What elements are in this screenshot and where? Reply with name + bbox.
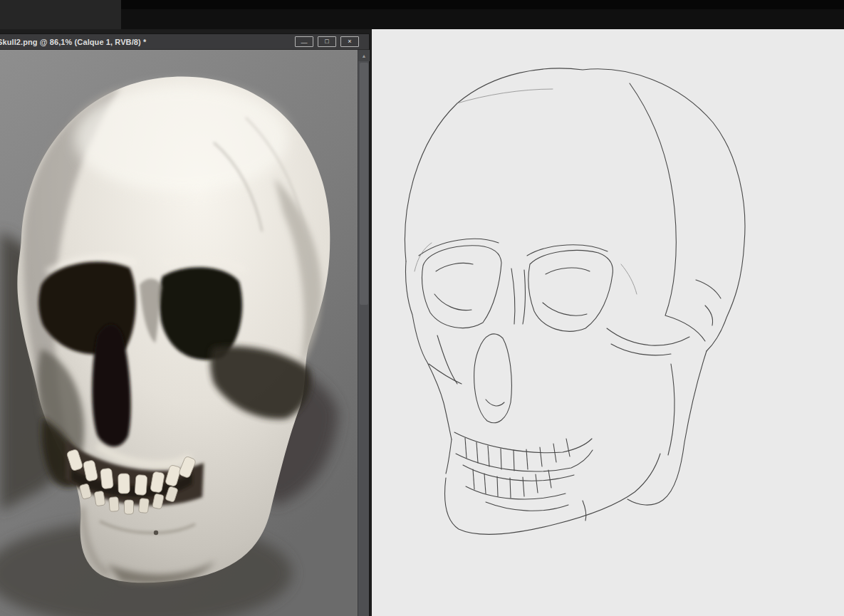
close-icon: × bbox=[348, 38, 351, 45]
reference-image-viewport[interactable]: ▲ bbox=[0, 50, 369, 616]
window-top-strip-lower bbox=[121, 9, 844, 29]
maximize-icon: □ bbox=[325, 38, 328, 45]
scrollbar-thumb[interactable] bbox=[360, 63, 368, 305]
document-titlebar[interactable]: Skull2.png @ 86,1% (Calque 1, RVB/8) * —… bbox=[0, 34, 369, 50]
close-button[interactable]: × bbox=[340, 36, 359, 47]
vertical-scrollbar[interactable]: ▲ bbox=[358, 50, 369, 616]
document-title: Skull2.png @ 86,1% (Calque 1, RVB/8) * bbox=[0, 38, 146, 46]
window-top-strip bbox=[121, 0, 844, 9]
scroll-up-button[interactable]: ▲ bbox=[358, 50, 370, 61]
skull-sketch-drawing bbox=[372, 29, 844, 616]
up-arrow-icon: ▲ bbox=[362, 53, 367, 58]
document-window: Skull2.png @ 86,1% (Calque 1, RVB/8) * —… bbox=[0, 34, 369, 616]
maximize-button[interactable]: □ bbox=[318, 36, 336, 47]
reference-skull-image bbox=[0, 50, 358, 616]
photoshop-screen: Skull2.png @ 86,1% (Calque 1, RVB/8) * —… bbox=[0, 0, 844, 616]
window-controls: — □ × bbox=[295, 36, 359, 47]
drawing-canvas[interactable] bbox=[372, 29, 844, 616]
minimize-button[interactable]: — bbox=[295, 36, 313, 47]
minimize-icon: — bbox=[301, 40, 308, 46]
menu-bar-region bbox=[0, 0, 121, 29]
